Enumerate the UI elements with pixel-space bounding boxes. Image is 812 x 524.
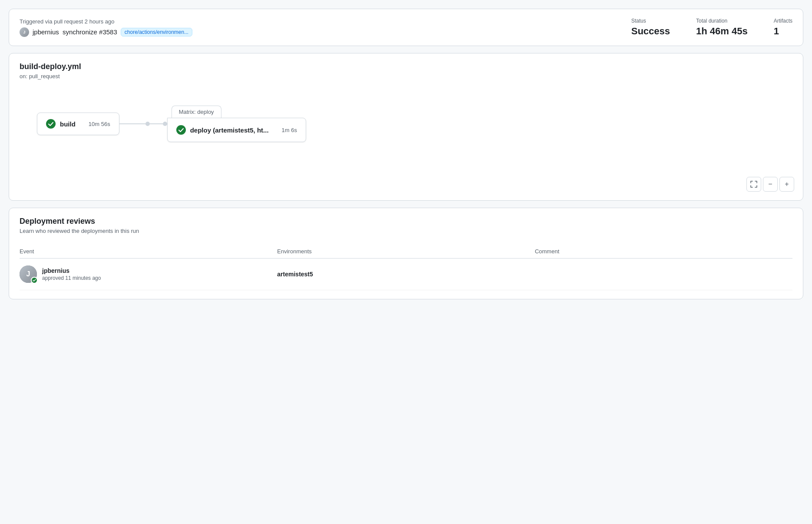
status-label: Status: [631, 18, 670, 24]
artifacts-value: 1: [774, 26, 792, 37]
trigger-info: Triggered via pull request 2 hours ago J…: [20, 18, 192, 37]
approved-badge: [31, 277, 38, 284]
duration-value: 1h 46m 45s: [696, 26, 748, 37]
artifacts-label: Artifacts: [774, 18, 792, 24]
commit-ref: synchronize #3583: [63, 28, 117, 36]
col-environments: Environments: [277, 248, 535, 255]
fullscreen-button[interactable]: [746, 177, 761, 192]
meta-info: Status Success Total duration 1h 46m 45s…: [631, 18, 792, 37]
plus-icon: +: [785, 180, 789, 188]
triggered-label: Triggered via pull request 2 hours ago: [20, 18, 192, 25]
connector-dot-right: [163, 122, 167, 126]
status-value: Success: [631, 26, 670, 37]
reviews-subtitle: Learn who reviewed the deployments in th…: [20, 228, 792, 234]
reviewer-action: approved 11 minutes ago: [42, 275, 101, 281]
environment-cell: artemistest5: [277, 271, 535, 278]
reviewer-cell: J jpbernius approved 11 minutes ago: [20, 265, 277, 283]
duration-meta: Total duration 1h 46m 45s: [696, 18, 748, 37]
approve-check-icon: [32, 278, 36, 282]
matrix-deploy-group: Matrix: deploy deploy (artemistest5, ht.…: [167, 106, 306, 142]
duration-label: Total duration: [696, 18, 748, 24]
commit-row: J jpbernius synchronize #3583 chore/acti…: [20, 27, 192, 37]
build-job-duration: 10m 56s: [89, 121, 110, 127]
job-connector: [119, 122, 167, 126]
svg-point-1: [176, 125, 186, 135]
fullscreen-icon: [750, 181, 757, 188]
workflow-diagram: build 10m 56s Matrix: deploy deploy (art…: [20, 97, 792, 151]
matrix-label: Matrix: deploy: [172, 106, 221, 118]
build-job-box[interactable]: build 10m 56s: [37, 113, 119, 135]
zoom-in-button[interactable]: +: [779, 177, 794, 192]
workflow-title: build-deploy.yml: [20, 62, 792, 71]
connector-line-left: [119, 123, 145, 124]
reviews-table-header: Event Environments Comment: [20, 245, 792, 259]
review-row: J jpbernius approved 11 minutes ago arte…: [20, 259, 792, 290]
deploy-job-duration: 1m 6s: [282, 127, 297, 133]
deploy-job-box[interactable]: deploy (artemistest5, ht... 1m 6s: [167, 118, 306, 142]
build-success-icon: [46, 119, 56, 129]
connector-dot-left: [145, 122, 150, 126]
svg-point-0: [46, 119, 56, 129]
branch-tag[interactable]: chore/actions/environmen...: [121, 28, 192, 36]
reviewer-avatar: J: [20, 265, 37, 283]
avatar-small: J: [20, 27, 29, 37]
deploy-job-name: deploy (artemistest5, ht...: [190, 126, 269, 134]
minus-icon: −: [768, 180, 772, 188]
workflow-subtitle: on: pull_request: [20, 73, 792, 80]
build-job-name: build: [60, 120, 76, 128]
zoom-controls: − +: [746, 177, 794, 192]
top-info-card: Triggered via pull request 2 hours ago J…: [9, 9, 803, 46]
status-meta: Status Success: [631, 18, 670, 37]
build-workflow-card: build-deploy.yml on: pull_request build …: [9, 53, 803, 201]
commit-user: jpbernius: [33, 28, 59, 36]
artifacts-meta: Artifacts 1: [774, 18, 792, 37]
col-event: Event: [20, 248, 277, 255]
zoom-out-button[interactable]: −: [763, 177, 778, 192]
deployment-reviews-card: Deployment reviews Learn who reviewed th…: [9, 208, 803, 299]
reviews-title: Deployment reviews: [20, 217, 792, 226]
environment-value: artemistest5: [277, 271, 313, 278]
col-comment: Comment: [535, 248, 792, 255]
reviewer-name: jpbernius: [42, 267, 101, 274]
connector-line-right: [150, 123, 163, 124]
reviewer-info: jpbernius approved 11 minutes ago: [42, 267, 101, 281]
deploy-success-icon: [176, 125, 186, 135]
